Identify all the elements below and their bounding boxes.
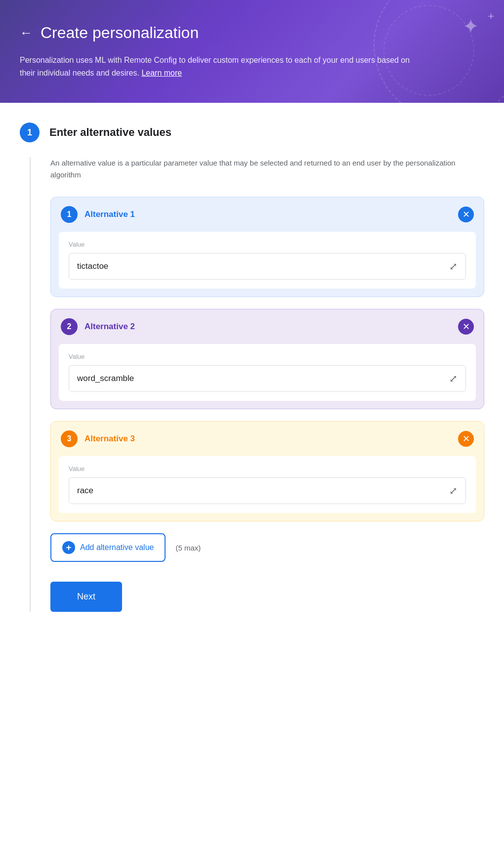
add-plus-icon: + [62,541,75,554]
alt-value-input-row-3[interactable]: race ⤢ [69,477,466,504]
star-icon-small: + [488,10,494,23]
add-alternative-row: + Add alternative value (5 max) [50,533,484,562]
step-header: 1 Enter alternative values [20,123,484,142]
alternative-card-2: 2 Alternative 2 ✕ Value word_scramble ⤢ [50,309,484,409]
alt-value-label-3: Value [69,465,466,472]
alt-card-header-1: 1 Alternative 1 ✕ [51,197,484,232]
main-content: 1 Enter alternative values An alternativ… [0,103,504,850]
alt-number-badge-2: 2 [61,318,78,335]
expand-icon-1[interactable]: ⤢ [449,260,458,272]
alt-card-body-1: Value tictactoe ⤢ [59,232,476,289]
add-button-label: Add alternative value [80,543,154,552]
page-header: ✦ + ← Create personalization Personaliza… [0,0,504,103]
star-icon-large: ✦ [462,15,479,38]
step-description: An alternative value is a particular par… [50,157,456,181]
alt-card-body-2: Value word_scramble ⤢ [59,344,476,401]
alt-card-header-left-2: 2 Alternative 2 [61,318,135,335]
alt-label-1: Alternative 1 [84,210,135,219]
alt-card-header-left-3: 3 Alternative 3 [61,430,135,447]
alt-card-header-left-1: 1 Alternative 1 [61,206,135,223]
max-label: (5 max) [175,544,201,552]
alt-value-label-2: Value [69,353,466,360]
alt-value-text-2: word_scramble [77,374,134,383]
alt-card-header-2: 2 Alternative 2 ✕ [51,309,484,344]
alt-number-badge-3: 3 [61,430,78,447]
expand-icon-3[interactable]: ⤢ [449,485,458,497]
expand-icon-2[interactable]: ⤢ [449,373,458,384]
alt-label-3: Alternative 3 [84,434,135,444]
alt-card-body-3: Value race ⤢ [59,456,476,513]
alt-value-text-3: race [77,486,93,496]
step-content: An alternative value is a particular par… [30,157,484,612]
step-title: Enter alternative values [49,126,171,139]
next-button[interactable]: Next [50,582,122,612]
alternative-card-3: 3 Alternative 3 ✕ Value race ⤢ [50,421,484,521]
learn-more-link[interactable]: Learn more [141,69,182,77]
add-alternative-button[interactable]: + Add alternative value [50,533,166,562]
alt-value-text-1: tictactoe [77,261,108,271]
alt-number-badge-1: 1 [61,206,78,223]
alt-card-header-3: 3 Alternative 3 ✕ [51,422,484,456]
alt-value-input-row-2[interactable]: word_scramble ⤢ [69,365,466,392]
step-number-badge: 1 [20,123,40,142]
back-arrow-icon[interactable]: ← [20,25,33,41]
alt-close-button-1[interactable]: ✕ [458,207,474,222]
page-title: Create personalization [41,24,199,42]
alt-value-label-1: Value [69,241,466,248]
alt-close-button-3[interactable]: ✕ [458,431,474,447]
alternative-card-1: 1 Alternative 1 ✕ Value tictactoe ⤢ [50,197,484,297]
alt-label-2: Alternative 2 [84,322,135,332]
header-description: Personalization uses ML with Remote Conf… [20,54,425,79]
alt-value-input-row-1[interactable]: tictactoe ⤢ [69,253,466,280]
alt-close-button-2[interactable]: ✕ [458,319,474,335]
